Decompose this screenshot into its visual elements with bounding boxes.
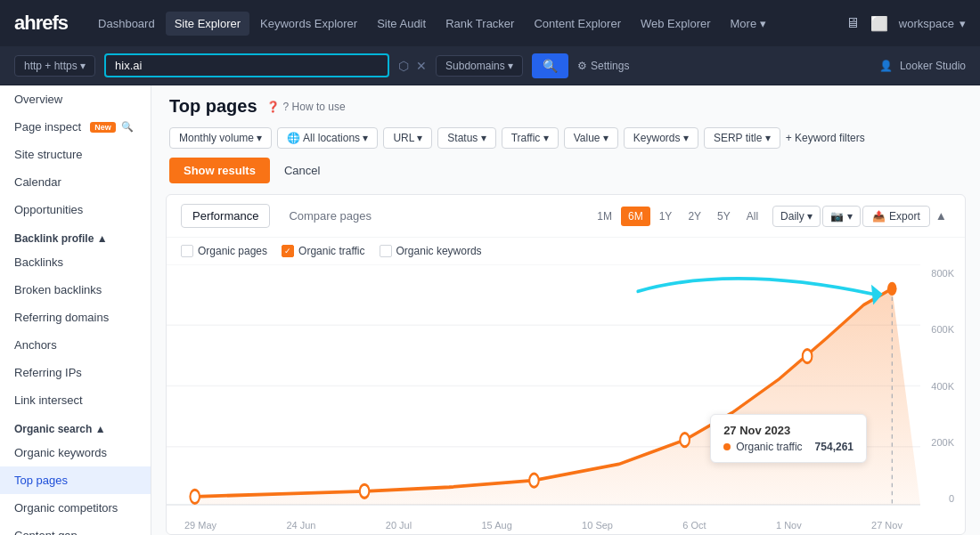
value-filter[interactable]: Value ▾: [564, 127, 618, 149]
x-axis: 29 May 24 Jun 20 Jul 15 Aug 10 Sep 6 Oct…: [167, 520, 920, 531]
checkbox-organic-pages[interactable]: [181, 245, 193, 257]
external-link-icon[interactable]: ⬡: [398, 59, 409, 73]
sidebar-item-page-inspect[interactable]: Page inspect New 🔍: [0, 113, 151, 141]
time-1y[interactable]: 1Y: [652, 207, 680, 226]
subdomains-button[interactable]: Subdomains ▾: [436, 55, 523, 77]
sidebar-item-calendar[interactable]: Calendar: [0, 168, 151, 196]
all-locations-filter[interactable]: 🌐 All locations ▾: [277, 127, 378, 149]
nav-item-content-explorer[interactable]: Content Explorer: [525, 12, 630, 36]
chart-section: Performance Compare pages 1M 6M 1Y 2Y 5Y…: [166, 194, 966, 535]
tab-performance[interactable]: Performance: [181, 204, 270, 228]
x-axis-may: 29 May: [184, 520, 216, 531]
workspace-label: workspace: [899, 17, 954, 30]
serp-title-filter[interactable]: SERP title ▾: [704, 127, 780, 149]
keyword-filters-button[interactable]: + Keyword filters: [786, 132, 865, 144]
logo[interactable]: ahrefs: [14, 12, 68, 35]
url-filter[interactable]: URL ▾: [383, 127, 432, 149]
monthly-volume-filter[interactable]: Monthly volume ▾: [169, 127, 272, 149]
top-navigation: ahrefs Dashboard Site Explorer Keywords …: [0, 0, 980, 46]
nav-item-rank-tracker[interactable]: Rank Tracker: [437, 12, 523, 36]
time-1m[interactable]: 1M: [590, 207, 619, 226]
camera-icon: 📷: [830, 210, 844, 223]
nav-item-more[interactable]: More ▾: [722, 12, 775, 36]
nav-item-web-explorer[interactable]: Web Explorer: [632, 12, 720, 36]
daily-button[interactable]: Daily ▾: [772, 206, 821, 227]
sidebar-label-referring-domains: Referring domains: [14, 311, 109, 324]
sidebar-label-referring-ips: Referring IPs: [14, 366, 82, 379]
keywords-filter[interactable]: Keywords ▾: [624, 127, 698, 149]
sidebar-label-anchors: Anchors: [14, 338, 57, 352]
sidebar-item-referring-ips[interactable]: Referring IPs: [0, 359, 151, 386]
looker-studio-label: Looker Studio: [900, 60, 966, 72]
time-2y[interactable]: 2Y: [681, 207, 708, 226]
chevron-down-icon: ▾: [847, 210, 853, 223]
x-axis-jul: 20 Jul: [386, 520, 412, 531]
main-content: Top pages ❓ ? How to use Monthly volume …: [151, 85, 980, 535]
collapse-button[interactable]: ▲: [932, 206, 951, 226]
time-5y[interactable]: 5Y: [710, 207, 738, 226]
sidebar-item-organic-competitors[interactable]: Organic competitors: [0, 494, 151, 522]
tab-compare-pages[interactable]: Compare pages: [277, 204, 383, 228]
show-results-button[interactable]: Show results: [169, 158, 270, 183]
nav-item-keywords-explorer[interactable]: Keywords Explorer: [251, 12, 366, 36]
status-filter[interactable]: Status ▾: [437, 127, 495, 149]
workspace-button[interactable]: workspace ▾: [899, 17, 966, 30]
monitor-icon2: ⬜: [870, 15, 888, 32]
sidebar-item-backlinks[interactable]: Backlinks: [0, 248, 151, 276]
protocol-button[interactable]: http + https ▾: [14, 55, 95, 77]
search-icon: 🔍: [121, 121, 134, 133]
time-all[interactable]: All: [739, 207, 765, 226]
sidebar-item-site-structure[interactable]: Site structure: [0, 141, 151, 168]
nav-item-site-explorer[interactable]: Site Explorer: [166, 12, 249, 36]
how-to-use-button[interactable]: ❓ ? How to use: [266, 101, 346, 113]
tooltip-row: Organic traffic 754,261: [723, 441, 853, 453]
sidebar-item-top-pages[interactable]: Top pages: [0, 466, 151, 494]
data-point-3: [529, 474, 539, 487]
y-axis: 800K 600K 400K 200K 0: [931, 264, 954, 507]
sidebar-item-referring-domains[interactable]: Referring domains: [0, 304, 151, 331]
sidebar-item-organic-keywords[interactable]: Organic keywords: [0, 439, 151, 466]
settings-button[interactable]: ⚙ Settings: [577, 60, 629, 72]
export-icon: 📤: [872, 210, 886, 223]
nav-item-site-audit[interactable]: Site Audit: [368, 12, 435, 36]
search-button[interactable]: 🔍: [532, 53, 568, 78]
sidebar-label-content-gap: Content gap: [14, 529, 78, 535]
sidebar: Overview Page inspect New 🔍 Site structu…: [0, 85, 151, 535]
legend-organic-pages[interactable]: Organic pages: [181, 245, 267, 257]
looker-studio-button[interactable]: 👤 Looker Studio: [879, 60, 966, 72]
sidebar-item-anchors[interactable]: Anchors: [0, 331, 151, 359]
x-axis-aug: 15 Aug: [482, 520, 512, 531]
legend-organic-keywords[interactable]: Organic keywords: [380, 245, 482, 257]
export-button[interactable]: 📤 Export: [862, 206, 930, 227]
domain-input[interactable]: hix.ai: [104, 53, 389, 77]
sidebar-item-overview[interactable]: Overview: [0, 85, 151, 113]
x-axis-jun: 24 Jun: [286, 520, 315, 531]
checkbox-organic-traffic[interactable]: [282, 245, 294, 257]
x-axis-nov1: 1 Nov: [776, 520, 802, 531]
sidebar-section-organic-search[interactable]: Organic search ▲: [0, 414, 151, 439]
checkbox-organic-keywords[interactable]: [380, 245, 392, 257]
nav-item-dashboard[interactable]: Dashboard: [89, 12, 164, 36]
chart-tooltip: 27 Nov 2023 Organic traffic 754,261: [710, 414, 867, 463]
sidebar-item-opportunities[interactable]: Opportunities: [0, 196, 151, 223]
traffic-filter[interactable]: Traffic ▾: [502, 127, 559, 149]
sidebar-item-link-intersect[interactable]: Link intersect: [0, 386, 151, 414]
organic-search-label: Organic search ▲: [14, 423, 106, 435]
sidebar-label-link-intersect: Link intersect: [14, 393, 83, 407]
legend-organic-traffic[interactable]: Organic traffic: [282, 245, 364, 257]
close-icon[interactable]: ✕: [416, 59, 427, 73]
y-axis-0: 0: [949, 493, 954, 504]
x-axis-nov2: 27 Nov: [871, 520, 902, 531]
data-point-2: [360, 484, 370, 498]
cancel-button[interactable]: Cancel: [277, 158, 327, 183]
main-layout: Overview Page inspect New 🔍 Site structu…: [0, 85, 980, 535]
arrow-line: [638, 279, 873, 294]
y-axis-800k: 800K: [931, 268, 954, 279]
time-6m[interactable]: 6M: [621, 207, 650, 226]
sidebar-section-backlink-profile[interactable]: Backlink profile ▲: [0, 223, 151, 248]
filters-bar: Monthly volume ▾ 🌐 All locations ▾ URL ▾…: [151, 124, 980, 158]
sidebar-item-broken-backlinks[interactable]: Broken backlinks: [0, 276, 151, 304]
sidebar-item-content-gap[interactable]: Content gap: [0, 522, 151, 535]
camera-button[interactable]: 📷 ▾: [822, 206, 861, 227]
nav-items: Dashboard Site Explorer Keywords Explore…: [89, 12, 828, 36]
